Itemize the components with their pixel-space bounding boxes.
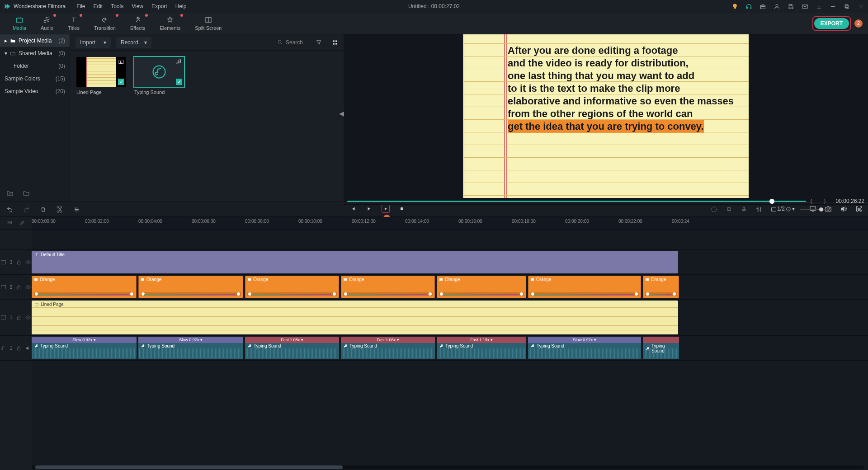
audio-clip-typing-sound[interactable]: Slow 0.97x ▾Typing Sound [138, 337, 243, 359]
audio-clip-typing-sound[interactable]: Slow 0.97x ▾Typing Sound [528, 337, 641, 359]
timeline-scrollbar[interactable] [32, 465, 864, 469]
track-head-audio[interactable]: 1 [0, 336, 32, 361]
media-row-samplecolors[interactable]: Sample Colors (15) [0, 72, 70, 85]
eye-icon[interactable] [25, 315, 31, 320]
track-manager-icon[interactable] [7, 220, 13, 226]
play-button[interactable]: 1 [382, 205, 390, 213]
delete-icon[interactable] [40, 206, 47, 213]
minimize-icon[interactable] [830, 3, 836, 10]
media-row-shared[interactable]: ▾ Shared Media (0) [0, 47, 70, 60]
user-icon[interactable] [774, 3, 780, 10]
close-icon[interactable] [858, 3, 864, 10]
overlay-clip-orange[interactable]: Orange [528, 276, 641, 298]
media-item-typing-sound[interactable]: Typing Sound [134, 57, 184, 95]
overlay-clip-orange[interactable]: Orange [437, 276, 526, 298]
record-dropdown[interactable]: Record▾ [116, 37, 151, 48]
download-icon[interactable] [816, 3, 822, 10]
clip-label: Orange [146, 277, 161, 282]
zoom-slider[interactable] [800, 209, 832, 210]
zoom-fit-icon[interactable] [855, 206, 862, 213]
audio-clip-typing-sound[interactable]: Typing Sound [643, 337, 679, 359]
track-head-title[interactable]: 3 [0, 250, 32, 275]
menu-tools[interactable]: Tools [111, 3, 123, 9]
track-head-video[interactable]: 1 [0, 300, 32, 336]
overlay-clip-orange[interactable]: Orange [245, 276, 339, 298]
next-frame-button[interactable] [365, 205, 373, 213]
lock-icon[interactable] [16, 284, 22, 290]
overlay-clip-orange[interactable]: Orange [643, 276, 679, 298]
zoom-out-icon[interactable] [785, 206, 792, 213]
render-icon[interactable] [711, 206, 717, 213]
track-head-overlay[interactable]: 2 [0, 275, 32, 300]
link-icon[interactable] [19, 220, 25, 226]
tab-splitscreen[interactable]: Split Screen [188, 14, 229, 33]
overlay-clip-orange[interactable]: Orange [138, 276, 243, 298]
title-clip[interactable]: Default Title [32, 251, 678, 273]
track-title[interactable]: Default Title [32, 250, 868, 275]
tab-titles[interactable]: Titles [61, 14, 87, 33]
audio-clip-typing-sound[interactable]: Fast 1.08x ▾Typing Sound [341, 337, 435, 359]
tab-effects[interactable]: Effects [123, 14, 152, 33]
lightbulb-icon[interactable] [731, 3, 738, 10]
media-item-lined-page[interactable]: Lined Page [76, 57, 126, 95]
main-tabs: Media Audio Titles Transition Effects El… [0, 13, 868, 34]
eye-icon[interactable] [25, 284, 31, 290]
tab-elements[interactable]: Elements [152, 14, 188, 33]
image-clip-icon [645, 277, 649, 282]
headphones-icon[interactable] [745, 3, 752, 10]
zoom-in-icon[interactable] [840, 206, 847, 213]
timeline-ruler[interactable]: 00:00:00:0000:00:02:0000:00:04:0000:00:0… [32, 217, 868, 230]
audio-clip-typing-sound[interactable]: Slow 0.92x ▾Typing Sound [32, 337, 137, 359]
overlay-clip-orange[interactable]: Orange [341, 276, 435, 298]
prev-frame-button[interactable] [349, 205, 357, 213]
track-overlay[interactable]: OrangeOrangeOrangeOrangeOrangeOrangeOran… [32, 275, 868, 300]
grid-view-icon[interactable] [332, 39, 338, 46]
tab-media[interactable]: Media [5, 14, 33, 33]
export-button[interactable]: EXPORT [812, 16, 851, 31]
tab-transition[interactable]: Transition [87, 14, 123, 33]
open-folder-icon[interactable] [23, 190, 30, 197]
eye-icon[interactable] [25, 259, 31, 265]
audio-clip-typing-sound[interactable]: Fast 1.19x ▾Typing Sound [437, 337, 526, 359]
mail-icon[interactable] [802, 3, 808, 10]
menu-file[interactable]: File [76, 3, 85, 9]
stop-button[interactable] [398, 205, 406, 213]
undo-icon[interactable] [6, 206, 13, 213]
maximize-icon[interactable] [844, 3, 850, 10]
menu-help[interactable]: Help [175, 3, 187, 9]
marker-icon[interactable] [726, 206, 732, 213]
lock-icon[interactable] [16, 259, 22, 265]
mixer-icon[interactable] [755, 206, 762, 213]
filter-icon[interactable] [316, 39, 322, 46]
lock-icon[interactable] [16, 315, 22, 320]
menu-view[interactable]: View [132, 3, 143, 9]
menu-export[interactable]: Export [151, 3, 167, 9]
adjust-icon[interactable] [73, 206, 80, 213]
image-clip-icon [247, 277, 251, 282]
save-icon[interactable] [788, 3, 794, 10]
panel-collapse-handle[interactable]: ◀ [339, 110, 344, 117]
audio-clip-typing-sound[interactable]: Fast 1.08x ▾Typing Sound [245, 337, 339, 359]
new-folder-icon[interactable] [6, 190, 14, 197]
preview-progress-bar[interactable] [347, 201, 806, 202]
media-row-samplevideo[interactable]: Sample Video (20) [0, 85, 70, 98]
import-dropdown[interactable]: Import▾ [75, 37, 111, 48]
mute-icon[interactable] [25, 345, 31, 351]
gift-icon[interactable] [760, 3, 766, 10]
voiceover-icon[interactable] [741, 206, 747, 213]
media-row-folder[interactable]: Folder (0) [0, 60, 70, 72]
lock-icon[interactable] [16, 345, 22, 351]
tab-audio[interactable]: Audio [33, 14, 61, 33]
aspect-icon[interactable] [770, 206, 777, 213]
track-audio[interactable]: Slow 0.92x ▾Typing SoundSlow 0.97x ▾Typi… [32, 336, 868, 361]
menu-edit[interactable]: Edit [94, 3, 103, 9]
splitscreen-icon [204, 16, 212, 24]
search-input[interactable]: Search [277, 39, 303, 46]
media-row-project[interactable]: ▸ Project Media (2) [0, 34, 70, 47]
video-clip-lined-page[interactable]: Lined Page [32, 301, 678, 334]
split-icon[interactable] [57, 206, 63, 213]
overlay-clip-orange[interactable]: Orange [32, 276, 137, 298]
redo-icon[interactable] [23, 206, 30, 213]
media-row-count: (15) [56, 75, 65, 82]
track-video[interactable]: Lined Page [32, 300, 868, 336]
